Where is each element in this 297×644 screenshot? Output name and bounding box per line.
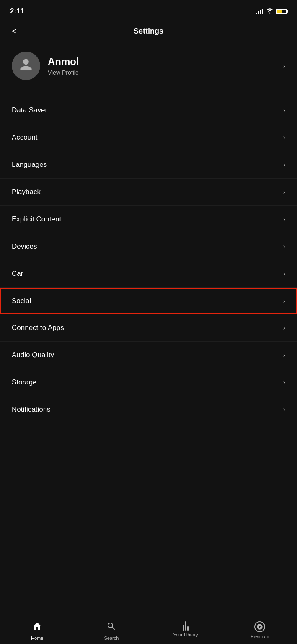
user-icon xyxy=(19,57,33,75)
nav-home-label: Home xyxy=(31,636,43,641)
nav-item-search[interactable]: Search xyxy=(74,621,148,641)
nav-premium-label: Premium xyxy=(251,634,269,639)
profile-section[interactable]: Anmol View Profile › xyxy=(0,43,297,88)
library-icon xyxy=(183,621,189,631)
avatar xyxy=(12,52,40,80)
chevron-icon: › xyxy=(283,270,285,278)
chevron-icon: › xyxy=(283,216,285,223)
chevron-icon: › xyxy=(283,243,285,250)
status-time: 2:11 xyxy=(10,7,24,16)
menu-item-connect-to-apps[interactable]: Connect to Apps › xyxy=(0,314,297,342)
profile-chevron-icon: › xyxy=(283,62,285,70)
bottom-navigation: Home Search Your Library Premium xyxy=(0,616,297,644)
menu-item-devices[interactable]: Devices › xyxy=(0,233,297,260)
chevron-icon: › xyxy=(283,351,285,359)
nav-item-premium[interactable]: Premium xyxy=(223,621,297,639)
menu-item-playback[interactable]: Playback › xyxy=(0,179,297,206)
menu-item-languages[interactable]: Languages › xyxy=(0,151,297,179)
nav-item-home[interactable]: Home xyxy=(0,621,74,641)
status-icons xyxy=(256,8,287,15)
premium-icon xyxy=(254,621,265,632)
menu-item-data-saver[interactable]: Data Saver › xyxy=(0,97,297,124)
chevron-icon: › xyxy=(283,324,285,332)
status-bar: 2:11 xyxy=(0,0,297,21)
view-profile-label: View Profile xyxy=(48,69,79,76)
menu-item-storage[interactable]: Storage › xyxy=(0,369,297,396)
chevron-icon: › xyxy=(283,161,285,169)
nav-search-label: Search xyxy=(104,636,119,641)
chevron-icon: › xyxy=(283,134,285,141)
search-icon xyxy=(106,621,116,634)
chevron-icon: › xyxy=(283,297,285,305)
menu-item-car[interactable]: Car › xyxy=(0,260,297,288)
settings-menu: Data Saver › Account › Languages › Playb… xyxy=(0,97,297,419)
menu-item-social[interactable]: Social › xyxy=(0,288,297,314)
home-icon xyxy=(32,621,42,634)
menu-item-audio-quality[interactable]: Audio Quality › xyxy=(0,342,297,369)
page-title: Settings xyxy=(134,27,163,36)
wifi-icon xyxy=(266,8,274,15)
chevron-icon: › xyxy=(283,379,285,386)
signal-bars-icon xyxy=(256,8,263,14)
chevron-icon: › xyxy=(283,106,285,114)
chevron-icon: › xyxy=(283,406,285,413)
profile-name: Anmol xyxy=(48,56,79,68)
nav-library-label: Your Library xyxy=(173,632,198,637)
chevron-icon: › xyxy=(283,188,285,196)
battery-icon xyxy=(276,9,287,14)
menu-item-notifications[interactable]: Notifications › xyxy=(0,396,297,419)
settings-header: < Settings xyxy=(0,21,297,42)
back-button[interactable]: < xyxy=(10,25,18,38)
menu-item-explicit-content[interactable]: Explicit Content › xyxy=(0,206,297,233)
nav-item-your-library[interactable]: Your Library xyxy=(149,621,223,637)
menu-item-account[interactable]: Account › xyxy=(0,124,297,151)
